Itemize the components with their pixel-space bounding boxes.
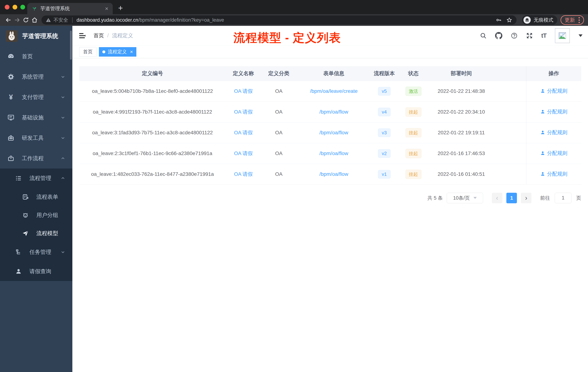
chevron-down-icon bbox=[60, 95, 65, 100]
form-link[interactable]: /bpm/oa/flow bbox=[319, 151, 348, 156]
new-tab-button[interactable]: + bbox=[118, 4, 123, 12]
window-controls[interactable] bbox=[5, 5, 25, 10]
sidebar-item-label: 任务管理 bbox=[30, 248, 51, 256]
sidebar-item-process-form[interactable]: 流程表单 bbox=[0, 188, 72, 206]
sidebar-logo[interactable]: 芋道管理系统 bbox=[0, 26, 72, 46]
search-icon[interactable] bbox=[480, 32, 487, 39]
pagination: 共 5 条 10条/页 ‹ 1 › 前往 1 页 bbox=[79, 193, 581, 203]
breadcrumb-home[interactable]: 首页 bbox=[94, 32, 104, 39]
sidebar-item-process-model[interactable]: 流程模型 bbox=[0, 224, 72, 242]
reload-icon[interactable] bbox=[21, 16, 30, 24]
chevron-up-icon bbox=[60, 176, 65, 181]
browser-menu-icon[interactable] bbox=[578, 17, 580, 23]
definition-name-link[interactable]: OA 请假 bbox=[234, 151, 253, 156]
prev-page-button[interactable]: ‹ bbox=[492, 193, 502, 203]
update-label[interactable]: 更新 bbox=[565, 17, 575, 23]
sidebar-item-workflow[interactable]: 工作流程 bbox=[0, 148, 72, 169]
forward-icon[interactable] bbox=[13, 16, 21, 24]
status-badge: 挂起 bbox=[405, 107, 421, 117]
status-badge: 挂起 bbox=[405, 170, 421, 179]
back-icon[interactable] bbox=[4, 16, 13, 24]
sidebar-fold-icon[interactable] bbox=[78, 32, 86, 40]
col-header-category: 定义分类 bbox=[261, 66, 296, 81]
definition-id: oa_leave:3:1fad3d93-7b75-11ec-a3c8-acde4… bbox=[79, 122, 226, 143]
logo-avatar bbox=[6, 30, 17, 42]
bookmark-star-icon[interactable] bbox=[506, 17, 512, 23]
select-caret-icon bbox=[473, 197, 477, 199]
sidebar-item-process-management[interactable]: 流程管理 bbox=[0, 169, 72, 188]
definition-name-link[interactable]: OA 请假 bbox=[234, 130, 253, 135]
toolbox-icon bbox=[7, 134, 15, 142]
navbar-right: tT bbox=[480, 28, 583, 43]
page-size-select[interactable]: 10条/页 bbox=[447, 193, 483, 203]
assign-rule-link[interactable]: 分配规则 bbox=[540, 150, 567, 157]
assign-rule-link[interactable]: 分配规则 bbox=[540, 129, 567, 136]
update-button[interactable]: 更新 bbox=[561, 15, 584, 25]
sidebar-item-leave-query[interactable]: 请假查询 bbox=[0, 262, 72, 281]
github-icon[interactable] bbox=[495, 32, 502, 39]
sidebar-item-infrastructure[interactable]: 基础设施 bbox=[0, 107, 72, 128]
tab-close-icon[interactable]: × bbox=[105, 6, 108, 11]
address-bar[interactable]: 不安全 dashboard.yudao.iocoder.cn/bpm/manag… bbox=[42, 15, 516, 25]
breadcrumb: 首页 / 流程定义 bbox=[94, 32, 133, 39]
main-area: 首页 / 流程定义 t bbox=[72, 26, 588, 372]
col-header-actions: 操作 bbox=[526, 66, 581, 81]
filler-cell bbox=[493, 101, 526, 122]
browser-tabstrip: 芋道管理系统 × + bbox=[0, 0, 588, 14]
favicon-seedling-icon bbox=[32, 6, 37, 11]
sidebar-scrollbar[interactable] bbox=[70, 31, 72, 60]
assign-rule-link[interactable]: 分配规则 bbox=[540, 108, 567, 115]
goto-label: 前往 bbox=[540, 195, 550, 201]
version-tag: v4 bbox=[378, 108, 390, 116]
sidebar-item-system[interactable]: 系统管理 bbox=[0, 67, 72, 87]
sidebar-item-payment[interactable]: ¥ 支付管理 bbox=[0, 87, 72, 107]
close-window-button[interactable] bbox=[5, 5, 10, 10]
definition-id: oa_leave:1:482ec033-762a-11ec-8477-a2380… bbox=[79, 164, 226, 185]
filler-cell bbox=[493, 81, 526, 101]
tag-close-icon[interactable]: × bbox=[130, 49, 133, 55]
chevron-down-icon bbox=[60, 250, 65, 255]
avatar-caret-down-icon[interactable] bbox=[578, 34, 583, 37]
col-header-deployed: 部署时间 bbox=[429, 66, 493, 81]
browser-tab[interactable]: 芋道管理系统 × bbox=[27, 3, 113, 14]
url-text[interactable]: dashboard.yudao.iocoder.cn/bpm/manager/d… bbox=[76, 17, 491, 23]
tag-process-definition[interactable]: 流程定义 × bbox=[99, 47, 136, 57]
sidebar-item-dev-tools[interactable]: 研发工具 bbox=[0, 128, 72, 148]
fullscreen-icon[interactable] bbox=[526, 32, 533, 39]
minimize-window-button[interactable] bbox=[12, 5, 17, 10]
form-link[interactable]: /bpm/oa/flow bbox=[319, 171, 348, 177]
security-label[interactable]: 不安全 bbox=[53, 17, 68, 23]
home-icon[interactable] bbox=[30, 16, 39, 24]
definition-name-link[interactable]: OA 请假 bbox=[234, 109, 253, 115]
paper-plane-icon bbox=[21, 230, 30, 237]
assign-rule-link[interactable]: 分配规则 bbox=[540, 88, 567, 94]
tag-home[interactable]: 首页 bbox=[79, 47, 96, 57]
help-icon[interactable] bbox=[511, 32, 518, 39]
version-tag: v1 bbox=[378, 170, 390, 178]
definition-name-link[interactable]: OA 请假 bbox=[234, 171, 253, 177]
sidebar-item-home[interactable]: 首页 bbox=[0, 46, 72, 67]
avatar[interactable] bbox=[555, 28, 570, 43]
definition-category: OA bbox=[261, 101, 296, 122]
sidebar-item-user-group[interactable]: 用户分组 bbox=[0, 206, 72, 224]
definition-name-link[interactable]: OA 请假 bbox=[234, 88, 253, 94]
form-link[interactable]: /bpm/oa/leave/create bbox=[310, 88, 358, 94]
form-link[interactable]: /bpm/oa/flow bbox=[319, 130, 348, 135]
robot-face-icon bbox=[21, 212, 30, 219]
tag-label: 首页 bbox=[83, 49, 93, 55]
deploy-time: 2022-01-16 01:40:51 bbox=[429, 164, 493, 185]
key-icon[interactable] bbox=[496, 17, 502, 23]
current-page[interactable]: 1 bbox=[506, 193, 517, 203]
goto-page-input[interactable]: 1 bbox=[555, 193, 571, 203]
security-warning-icon[interactable] bbox=[46, 17, 51, 22]
assign-rule-link[interactable]: 分配规则 bbox=[540, 171, 567, 177]
zoom-window-button[interactable] bbox=[20, 5, 25, 10]
user-icon bbox=[15, 268, 22, 275]
sidebar-item-label: 工作流程 bbox=[22, 155, 44, 162]
next-page-button[interactable]: › bbox=[521, 193, 531, 203]
form-link[interactable]: /bpm/oa/flow bbox=[319, 109, 348, 115]
page-content: 定义编号 定义名称 定义分类 表单信息 流程版本 状态 部署时间 操作 bbox=[72, 58, 588, 203]
incognito-label: 无痕模式 bbox=[534, 17, 553, 23]
sidebar-item-task-management[interactable]: 任务管理 bbox=[0, 242, 72, 262]
font-size-icon[interactable]: tT bbox=[541, 32, 546, 39]
